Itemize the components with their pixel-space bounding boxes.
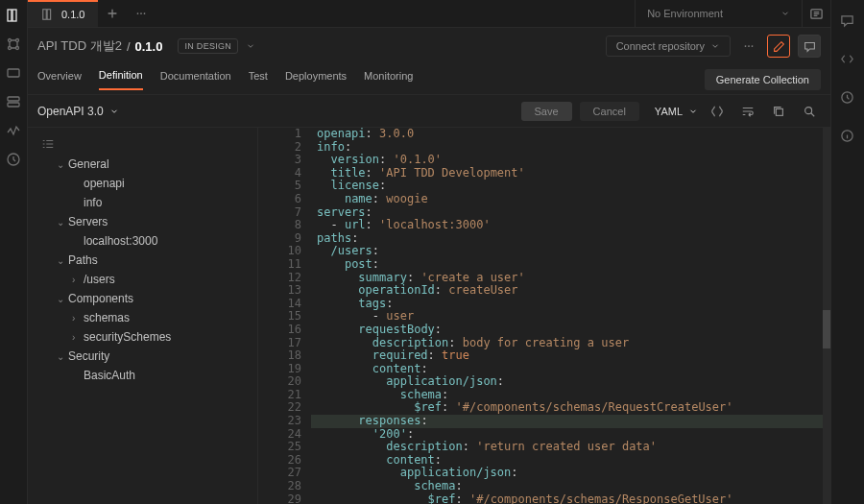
tab-test[interactable]: Test: [249, 70, 268, 89]
tab-documentation[interactable]: Documentation: [160, 70, 231, 89]
code-line[interactable]: description: body for creating a user: [311, 337, 823, 350]
monitors-icon[interactable]: [6, 123, 21, 138]
code-line[interactable]: content:: [311, 454, 823, 468]
code-line[interactable]: info:: [311, 141, 823, 155]
caret-icon: ⌄: [57, 294, 68, 304]
code-line[interactable]: application/json:: [311, 375, 823, 389]
svg-rect-1: [12, 10, 16, 21]
code-line[interactable]: responses:: [311, 415, 823, 428]
schema-select[interactable]: OpenAPI 3.0: [37, 105, 119, 118]
new-tab-button[interactable]: [98, 0, 127, 27]
svg-point-3: [16, 39, 19, 42]
code-line[interactable]: operationId: createUser: [311, 284, 823, 298]
code-line[interactable]: name: woogie: [311, 193, 823, 206]
chevron-down-icon[interactable]: [246, 41, 255, 51]
code-line[interactable]: $ref: '#/components/schemas/RequestCreat…: [311, 401, 823, 415]
wrap-icon[interactable]: [736, 105, 759, 118]
main: 0.1.0 No Environment API TDD 개발2 / 0.1.0…: [28, 0, 830, 504]
code-line[interactable]: schema:: [311, 389, 823, 402]
workspace: ⌄Generalopenapiinfo⌄Serverslocalhost:300…: [28, 128, 830, 504]
outline-item[interactable]: openapi: [28, 174, 257, 193]
right-rail: [830, 0, 864, 504]
search-icon[interactable]: [798, 105, 821, 118]
code-line[interactable]: '200':: [311, 428, 823, 442]
code-line[interactable]: paths:: [311, 232, 823, 246]
comments-button[interactable]: [798, 35, 821, 58]
apis-icon[interactable]: [6, 36, 21, 52]
outline-item[interactable]: info: [28, 193, 257, 212]
outline-item[interactable]: ›securitySchemes: [28, 327, 257, 347]
outline-item[interactable]: ⌄Paths: [28, 251, 257, 270]
code-line[interactable]: content:: [311, 363, 823, 376]
code-line[interactable]: post:: [311, 258, 823, 272]
outline-item[interactable]: ⌄Security: [28, 347, 257, 366]
chevron-down-icon: [780, 9, 790, 18]
header-more-button[interactable]: [738, 36, 759, 57]
outline-item[interactable]: ⌄Servers: [28, 212, 257, 231]
chevron-down-icon: [710, 41, 720, 51]
code-line[interactable]: openapi: 3.0.0: [311, 128, 823, 141]
save-button[interactable]: Save: [521, 102, 572, 121]
scrollbar[interactable]: [823, 128, 830, 504]
tab-overview[interactable]: Overview: [37, 70, 82, 89]
tab-deployments[interactable]: Deployments: [285, 70, 347, 89]
code-line[interactable]: $ref: '#/components/schemas/ResponseGetU…: [311, 493, 823, 504]
environments-icon[interactable]: [6, 65, 21, 81]
line-gutter: 1234567891011121314151617181920212223242…: [258, 128, 311, 504]
code-line[interactable]: - user: [311, 310, 823, 324]
caret-icon: ⌄: [57, 217, 68, 228]
svg-point-14: [144, 12, 146, 14]
breadcrumb-parent[interactable]: API TDD 개발2: [37, 37, 122, 55]
outline-item[interactable]: ⌄Components: [28, 289, 257, 308]
code-line[interactable]: license:: [311, 180, 823, 193]
code-panel-icon[interactable]: [840, 52, 855, 67]
outline-item[interactable]: localhost:3000: [28, 231, 257, 251]
info-panel-icon[interactable]: [840, 129, 855, 144]
header: API TDD 개발2 / 0.1.0 IN DESIGN Connect re…: [28, 28, 830, 64]
collections-icon[interactable]: [6, 8, 21, 23]
outline-item[interactable]: ›/users: [28, 270, 257, 289]
environment-quicklook-button[interactable]: [802, 0, 830, 27]
caret-icon: ›: [72, 275, 84, 285]
code-editor[interactable]: 1234567891011121314151617181920212223242…: [258, 128, 830, 504]
tab-active[interactable]: 0.1.0: [28, 0, 98, 27]
code-line[interactable]: /users:: [311, 245, 823, 258]
mock-servers-icon[interactable]: [6, 94, 21, 109]
code-line[interactable]: application/json:: [311, 467, 823, 480]
beautify-icon[interactable]: [706, 105, 729, 118]
outline-toggle-icon[interactable]: [28, 133, 257, 155]
comments-panel-icon[interactable]: [840, 13, 855, 29]
svg-rect-10: [43, 10, 47, 20]
environment-select[interactable]: No Environment: [635, 0, 802, 27]
outline-item[interactable]: ⌄General: [28, 155, 257, 174]
code-line[interactable]: title: 'API TDD Development': [311, 167, 823, 180]
scrollbar-thumb[interactable]: [823, 310, 830, 348]
tabbar: 0.1.0 No Environment: [28, 0, 830, 28]
cancel-button[interactable]: Cancel: [580, 102, 639, 121]
code-line[interactable]: tags:: [311, 298, 823, 311]
tab-more-button[interactable]: [127, 0, 156, 27]
outline-item[interactable]: ›schemas: [28, 308, 257, 327]
code-line[interactable]: required: true: [311, 349, 823, 363]
tab-definition[interactable]: Definition: [99, 69, 143, 90]
code-line[interactable]: summary: 'create a user': [311, 272, 823, 285]
copy-icon[interactable]: [767, 105, 790, 118]
code-line[interactable]: requestBody:: [311, 324, 823, 337]
outline-item[interactable]: BasicAuth: [28, 366, 257, 385]
history-icon[interactable]: [6, 152, 21, 167]
caret-icon: ⌄: [57, 159, 68, 170]
code-line[interactable]: schema:: [311, 480, 823, 493]
code-line[interactable]: description: 'return created user data': [311, 441, 823, 454]
svg-point-2: [9, 39, 12, 42]
generate-collection-button[interactable]: Generate Collection: [705, 69, 821, 90]
changelog-icon[interactable]: [840, 90, 855, 106]
language-select[interactable]: YAML: [655, 106, 698, 117]
connect-repository-button[interactable]: Connect repository: [606, 36, 731, 57]
code-line[interactable]: - url: 'localhost:3000': [311, 219, 823, 232]
outline-panel: ⌄Generalopenapiinfo⌄Serverslocalhost:300…: [28, 128, 258, 504]
caret-icon: ⌄: [57, 351, 68, 362]
code-line[interactable]: servers:: [311, 206, 823, 220]
edit-button[interactable]: [767, 35, 790, 58]
code-line[interactable]: version: '0.1.0': [311, 154, 823, 167]
tab-monitoring[interactable]: Monitoring: [364, 70, 413, 89]
